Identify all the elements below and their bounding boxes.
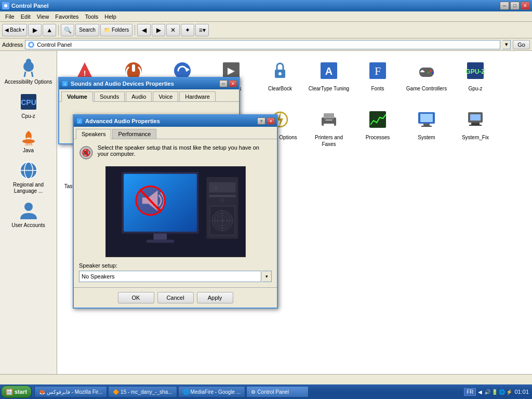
svg-rect-66 <box>471 123 480 125</box>
menu-file[interactable]: File <box>2 12 18 21</box>
advanced-audio-apply-button[interactable]: Apply <box>197 292 233 303</box>
nav-btn-1[interactable]: ◀ <box>137 24 151 36</box>
taskbar-app-firefox[interactable]: 🦊 فايرفوكس - Mozilla Fir... <box>34 386 107 397</box>
nav-btn-2[interactable]: ▶ <box>152 24 165 36</box>
maximize-button[interactable]: □ <box>510 2 520 10</box>
processes-icon <box>365 107 390 132</box>
system-clock: 01:01 <box>514 389 529 395</box>
address-input[interactable]: Control Panel <box>25 40 500 49</box>
up-button[interactable]: ▲ <box>43 24 56 36</box>
minimize-button[interactable]: ─ <box>500 2 509 10</box>
sounds-dialog-title: Sounds and Audio Devices Properties <box>71 81 174 87</box>
svg-rect-95 <box>209 195 235 197</box>
processes-label: Processes <box>366 134 390 141</box>
toolbar: ◀ Back ▾ ▶ ▲ 🔍 Search 📁 Folders ◀ ▶ ✕ ✦ … <box>0 22 532 38</box>
speaker-setup-label: Speaker setup: <box>79 262 272 269</box>
sidebar-item-accessibility[interactable]: Accessibility Options <box>2 55 55 87</box>
forward-button[interactable]: ▶ <box>28 24 42 36</box>
svg-rect-61 <box>420 114 433 122</box>
svg-point-1 <box>4 4 7 7</box>
cp-item-clearbock[interactable]: ClearBock <box>257 55 303 102</box>
tray-icon-1[interactable]: 🔊 <box>484 389 490 395</box>
cp-taskbar-icon: ⚙ <box>251 389 256 395</box>
sounds-tab-hardware[interactable]: Hardware <box>179 91 216 101</box>
adv-tab-performance[interactable]: Performance <box>112 129 156 139</box>
folders-button[interactable]: 📁 Folders <box>100 24 132 36</box>
advanced-audio-ok-button[interactable]: OK <box>118 292 154 303</box>
cp-item-gpuz[interactable]: GPU-Z Gpu-z <box>452 55 499 102</box>
sounds-dialog-close[interactable]: ✕ <box>229 80 237 87</box>
speaker-setup-dropdown-value[interactable]: No Speakers <box>79 271 261 282</box>
sidebar-item-user-accounts[interactable]: User Accounts <box>2 198 55 231</box>
menu-view[interactable]: View <box>34 12 52 21</box>
adv-tab-speakers[interactable]: Speakers <box>76 129 111 139</box>
svg-rect-33 <box>420 71 424 72</box>
svg-point-5 <box>23 61 34 72</box>
sounds-dialog-minimize[interactable]: ─ <box>219 80 228 87</box>
view-options-button[interactable]: ≡▾ <box>195 24 209 36</box>
mediafire-icon: 🌐 <box>183 389 189 395</box>
sounds-tab-volume[interactable]: Volume <box>61 91 93 102</box>
svg-rect-94 <box>209 182 235 193</box>
app-icon <box>2 2 9 9</box>
go-button[interactable]: Go <box>513 40 530 49</box>
sounds-tab-sounds[interactable]: Sounds <box>94 91 125 101</box>
menu-help[interactable]: Help <box>101 12 119 21</box>
speaker-setup-dropdown-arrow[interactable]: ▾ <box>262 271 272 282</box>
tray-icon-3[interactable]: 🌐 <box>499 389 505 395</box>
taskbar-app-mediafire[interactable]: 🌐 MediaFire - Google ... <box>178 386 246 397</box>
advanced-audio-help[interactable]: ? <box>257 117 265 125</box>
start-icon: 🪟 <box>6 389 13 395</box>
close-button[interactable]: ✕ <box>521 2 530 10</box>
back-button[interactable]: ◀ Back ▾ <box>2 24 27 36</box>
taskbar-chevron[interactable]: ◀ <box>478 389 482 395</box>
menu-bar: File Edit View Favorites Tools Help <box>0 11 532 22</box>
svg-text:F: F <box>375 64 381 77</box>
sounds-tab-audio[interactable]: Audio <box>126 91 152 101</box>
svg-rect-89 <box>153 234 167 240</box>
cp-item-cleartype[interactable]: A ClearType Tuning <box>305 55 352 102</box>
toolbar-separator-1 <box>58 25 59 35</box>
svg-text:▶: ▶ <box>228 65 235 76</box>
title-bar: Control Panel ─ □ ✕ <box>0 0 532 11</box>
taskbar-app-vlc[interactable]: 🔶 15 - mc_dany_-_sha... <box>108 386 177 397</box>
svg-rect-67 <box>469 125 482 126</box>
menu-tools[interactable]: Tools <box>82 12 102 21</box>
taskbar-app-control-panel[interactable]: ⚙ Control Panel <box>246 386 309 397</box>
stop-button[interactable]: ✕ <box>166 24 180 36</box>
sidebar-item-java[interactable]: Java Java <box>2 124 55 156</box>
menu-favorites[interactable]: Favorites <box>52 12 82 21</box>
menu-edit[interactable]: Edit <box>18 12 34 21</box>
advanced-audio-cancel-button[interactable]: Cancel <box>157 292 194 303</box>
cleartype-label: ClearType Tuning <box>309 85 349 92</box>
cp-item-printers-faxes[interactable]: Printers and Faxes <box>305 104 352 151</box>
sounds-dialog-icon: ♪ <box>61 80 69 87</box>
accessibility-label: Accessibility Options <box>5 79 52 85</box>
cp-item-processes[interactable]: Processes <box>354 104 401 151</box>
search-icon-btn[interactable]: 🔍 <box>61 24 74 36</box>
sidebar-item-regional[interactable]: Regional and Language ... <box>2 158 55 196</box>
advanced-audio-close[interactable]: ✕ <box>267 117 275 125</box>
sidebar-item-cpuz[interactable]: CPU Cpu-z <box>2 89 55 122</box>
cp-item-system-fix[interactable]: System_Fix <box>452 104 499 151</box>
sounds-dialog-buttons: ─ ✕ <box>219 80 237 87</box>
tray-icon-4[interactable]: ⚡ <box>506 389 512 395</box>
back-dropdown-arrow[interactable]: ▾ <box>22 28 24 32</box>
svg-rect-65 <box>470 114 481 121</box>
search-button[interactable]: Search <box>75 24 99 36</box>
advanced-audio-description: Select the speaker setup that is most li… <box>79 144 272 161</box>
sounds-tab-voice[interactable]: Voice <box>153 91 178 101</box>
cp-item-system[interactable]: System <box>403 104 450 151</box>
cp-item-fonts[interactable]: F Fonts <box>354 55 401 102</box>
address-dropdown[interactable]: ▾ <box>502 40 511 49</box>
tray-icon-2[interactable]: 🔋 <box>491 389 498 395</box>
address-value: Control Panel <box>37 42 72 48</box>
svg-text:♪: ♪ <box>78 119 81 124</box>
cp-item-game-controllers[interactable]: Game Controllers <box>403 55 450 102</box>
sounds-dialog-title-area: ♪ Sounds and Audio Devices Properties <box>61 80 174 87</box>
refresh-button[interactable]: ✦ <box>181 24 194 36</box>
fonts-icon: F <box>365 58 390 83</box>
system-tray: 🔊 🔋 🌐 ⚡ <box>484 389 512 395</box>
start-button[interactable]: 🪟 start <box>1 385 32 398</box>
language-button[interactable]: FR <box>464 388 476 396</box>
